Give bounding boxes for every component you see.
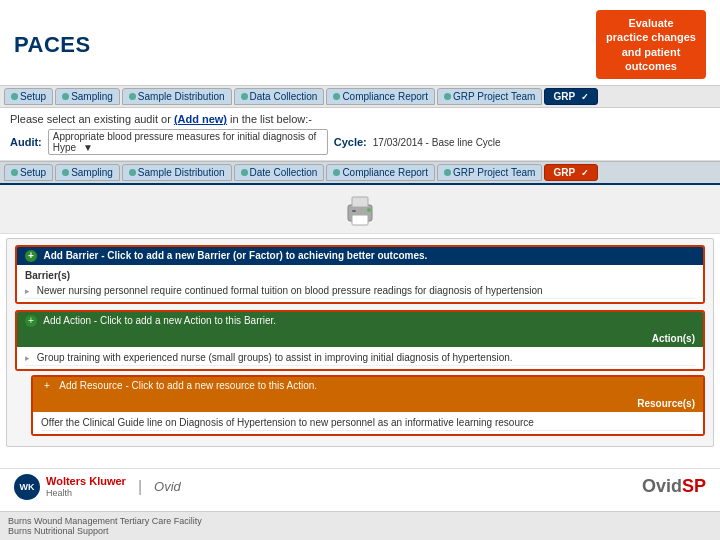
- tab-grp-team-1-label: GRP Project Team: [453, 91, 535, 102]
- check-icon: ✓: [581, 168, 589, 178]
- dot-icon: [241, 169, 248, 176]
- action-item-text: Group training with experienced nurse (s…: [37, 352, 513, 363]
- resource-section-label: Resource(s): [33, 395, 703, 412]
- dot-icon: [333, 169, 340, 176]
- tab-sample-dist-1-label: Sample Distribution: [138, 91, 225, 102]
- tab-compliance-1-label: Compliance Report: [342, 91, 428, 102]
- tab-compliance-1[interactable]: Compliance Report: [326, 88, 435, 105]
- tab-sample-dist-2-label: Sample Distribution: [138, 167, 225, 178]
- tab-sample-dist-2[interactable]: Sample Distribution: [122, 164, 232, 181]
- dot-icon: [11, 169, 18, 176]
- footer-line1: Burns Wound Management Tertiary Care Fac…: [8, 516, 712, 526]
- printer-icon[interactable]: [342, 193, 378, 229]
- instruction-text: Please select an existing audit or: [10, 113, 174, 125]
- tab-grp-team-2-label: GRP Project Team: [453, 167, 535, 178]
- plus-icon: +: [41, 380, 53, 392]
- tab-date-collection-2[interactable]: Date Collection: [234, 164, 325, 181]
- svg-point-4: [367, 208, 371, 212]
- resource-block: + Add Resource - Click to add a new reso…: [31, 375, 705, 436]
- plus-icon: +: [25, 315, 37, 327]
- svg-rect-2: [352, 215, 368, 225]
- tab-sampling-2[interactable]: Sampling: [55, 164, 120, 181]
- tab-grp-2-label: GRP: [553, 167, 575, 178]
- tab-setup-2-label: Setup: [20, 167, 46, 178]
- cycle-label: Cycle:: [334, 136, 367, 148]
- dot-icon: [444, 93, 451, 100]
- dot-icon: ✓: [581, 92, 589, 102]
- action-body: ▸ Group training with experienced nurse …: [17, 347, 703, 369]
- audit-select[interactable]: Appropriate blood pressure measures for …: [48, 129, 328, 155]
- main-content: + Add Barrier - Click to add a new Barri…: [6, 238, 714, 447]
- footer-line2: Burns Nutritional Support: [8, 526, 712, 536]
- tab-grp-team-2[interactable]: GRP Project Team: [437, 164, 542, 181]
- barrier-block: + Add Barrier - Click to add a new Barri…: [15, 245, 705, 304]
- resource-add-header[interactable]: + Add Resource - Click to add a new reso…: [33, 377, 703, 395]
- barrier-add-header[interactable]: + Add Barrier - Click to add a new Barri…: [17, 247, 703, 265]
- dot-icon: [333, 93, 340, 100]
- nav-row-2: Setup Sampling Sample Distribution Date …: [0, 161, 720, 185]
- svg-rect-3: [352, 210, 356, 212]
- ovid-sp-text: OvidSP: [642, 476, 706, 497]
- plus-icon: +: [25, 250, 37, 262]
- dot-icon: [11, 93, 18, 100]
- nav-row-1: Setup Sampling Sample Distribution Data …: [0, 85, 720, 108]
- dot-icon: [62, 93, 69, 100]
- tab-grp-1-label: GRP: [553, 91, 575, 102]
- action-section-label: Action(s): [17, 330, 703, 347]
- action-add-label: Add Action - Click to add a new Action t…: [43, 315, 276, 326]
- barrier-body: Barrier(s) ▸ Newer nursing personnel req…: [17, 265, 703, 302]
- tab-sampling-1[interactable]: Sampling: [55, 88, 120, 105]
- tab-compliance-2[interactable]: Compliance Report: [326, 164, 435, 181]
- evaluate-badge: Evaluate practice changes and patient ou…: [596, 10, 706, 79]
- action-item: ▸ Group training with experienced nurse …: [25, 350, 695, 366]
- ovid-word: Ovid: [642, 476, 682, 496]
- tab-data-collection-1-label: Data Collection: [250, 91, 318, 102]
- instruction-text2: in the list below:-: [230, 113, 312, 125]
- tab-grp-2[interactable]: GRP ✓: [544, 164, 597, 181]
- dropdown-icon: ▼: [83, 142, 93, 153]
- audit-select-row: Please select an existing audit or (Add …: [0, 108, 720, 161]
- wk-circle-icon: WK: [14, 474, 40, 500]
- page-header: PACES Evaluate practice changes and pati…: [0, 0, 720, 85]
- barrier-section-label: Barrier(s): [25, 268, 695, 283]
- tab-data-collection-1[interactable]: Data Collection: [234, 88, 325, 105]
- ovid-text: Ovid: [154, 479, 181, 494]
- dot-icon: [129, 169, 136, 176]
- svg-rect-1: [352, 197, 368, 207]
- resource-item-text: Offer the Clinical Guide line on Diagnos…: [41, 417, 534, 428]
- audit-label: Audit:: [10, 136, 42, 148]
- tab-sample-dist-1[interactable]: Sample Distribution: [122, 88, 232, 105]
- barrier-item: ▸ Newer nursing personnel require contin…: [25, 283, 695, 299]
- expand-icon: ▸: [25, 286, 30, 296]
- tab-grp-1[interactable]: GRP ✓: [544, 88, 597, 105]
- tab-date-collection-2-label: Date Collection: [250, 167, 318, 178]
- expand-icon: ▸: [25, 353, 30, 363]
- barrier-add-label: Add Barrier - Click to add a new Barrier…: [43, 250, 427, 261]
- ovid-sp-logo: OvidSP: [642, 476, 706, 497]
- cycle-value: 17/03/2014 - Base line Cycle: [373, 137, 501, 148]
- action-add-header[interactable]: + Add Action - Click to add a new Action…: [17, 312, 703, 330]
- barrier-item-text: Newer nursing personnel require continue…: [37, 285, 543, 296]
- wk-sub: Health: [46, 488, 126, 499]
- tab-setup-2[interactable]: Setup: [4, 164, 53, 181]
- logo-footer: WK Wolters Kluwer Health | Ovid OvidSP: [0, 468, 720, 504]
- wk-name: Wolters Kluwer: [46, 475, 126, 488]
- add-new-link[interactable]: (Add new): [174, 113, 227, 125]
- tab-sampling-2-label: Sampling: [71, 167, 113, 178]
- tab-grp-team-1[interactable]: GRP Project Team: [437, 88, 542, 105]
- resource-body: Offer the Clinical Guide line on Diagnos…: [33, 412, 703, 434]
- tab-setup-1[interactable]: Setup: [4, 88, 53, 105]
- bottom-footer: Burns Wound Management Tertiary Care Fac…: [0, 511, 720, 540]
- page-title: PACES: [14, 32, 91, 58]
- resource-item: Offer the Clinical Guide line on Diagnos…: [41, 415, 695, 431]
- tab-setup-1-label: Setup: [20, 91, 46, 102]
- sp-word: SP: [682, 476, 706, 496]
- tab-sampling-1-label: Sampling: [71, 91, 113, 102]
- printer-area: [0, 185, 720, 234]
- dot-icon: [241, 93, 248, 100]
- wolters-kluwer-logo: WK Wolters Kluwer Health | Ovid: [14, 474, 181, 500]
- resource-add-label: Add Resource - Click to add a new resour…: [59, 380, 317, 391]
- dot-icon: [129, 93, 136, 100]
- action-block: + Add Action - Click to add a new Action…: [15, 310, 705, 371]
- tab-compliance-2-label: Compliance Report: [342, 167, 428, 178]
